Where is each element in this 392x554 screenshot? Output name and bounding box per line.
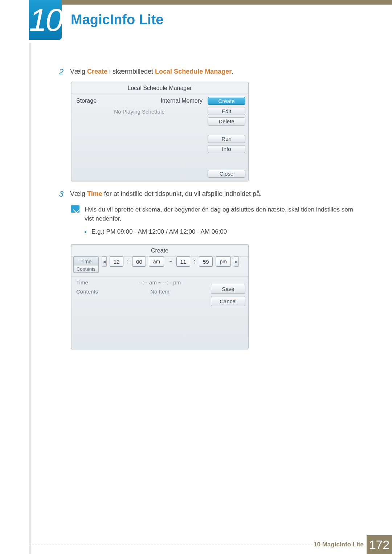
create-buttons: Save Cancel — [211, 279, 245, 332]
create-inputs: Time ◀ 12 : 00 am ~ 11 : 59 pm ▶ Content… — [71, 257, 248, 276]
no-playing-schedule: No Playing Schedule — [76, 108, 203, 115]
page-number-badge: 172 — [367, 535, 392, 554]
content-area: 2 Vælg Create i skærmbilledet Local Sche… — [56, 67, 363, 349]
local-schedule-manager-panel: Local Schedule Manager Storage Internal … — [71, 82, 249, 181]
end-minute-field[interactable]: 59 — [199, 257, 213, 267]
step-2-post: . — [232, 68, 233, 75]
info-button[interactable]: Info — [208, 145, 245, 153]
cancel-button[interactable]: Cancel — [211, 296, 245, 306]
summary-time-value: --:-- am ~ --:-- pm — [109, 279, 211, 286]
contents-row: Contents — [73, 267, 246, 274]
delete-button[interactable]: Delete — [208, 117, 245, 125]
panel-left: Storage Internal Memory No Playing Sched… — [71, 94, 208, 181]
create-summary: Time --:-- am ~ --:-- pm Contents No Ite… — [76, 279, 211, 332]
panel-body: Storage Internal Memory No Playing Sched… — [71, 94, 248, 181]
bullet-icon — [85, 231, 86, 233]
step-2-number: 2 — [56, 67, 64, 77]
panel-title: Local Schedule Manager — [71, 82, 248, 94]
start-ampm-field[interactable]: am — [149, 257, 164, 267]
note-example-row: E.g.) PM 09:00 - AM 12:00 / AM 12:00 - A… — [85, 228, 363, 235]
step-2: 2 Vælg Create i skærmbilledet Local Sche… — [56, 67, 363, 77]
create-panel-title: Create — [71, 245, 248, 257]
left-rail — [29, 43, 31, 554]
summary-contents-value: No Item — [109, 288, 211, 295]
run-button[interactable]: Run — [208, 135, 245, 143]
summary-contents-label: Contents — [76, 288, 109, 295]
note-block: Hvis du vil oprette et skema, der begynd… — [71, 205, 363, 223]
footer: 10 MagicInfo Lite 172 — [29, 535, 392, 554]
arrow-right-icon[interactable]: ▶ — [234, 257, 239, 267]
step-2-keyword-lsm: Local Schedule Manager — [155, 68, 232, 75]
time-row: Time ◀ 12 : 00 am ~ 11 : 59 pm ▶ — [73, 257, 246, 267]
end-hour-field[interactable]: 11 — [176, 257, 190, 267]
end-ampm-field[interactable]: pm — [216, 257, 231, 267]
chapter-title: MagicInfo Lite — [71, 12, 163, 28]
tab-contents[interactable]: Contents — [73, 266, 99, 273]
step-3-keyword-time: Time — [87, 190, 102, 197]
step-2-keyword-create: Create — [87, 68, 107, 75]
tilde: ~ — [167, 258, 173, 265]
colon-1: : — [126, 258, 129, 265]
summary-time-label: Time — [76, 279, 109, 286]
step-3-post: for at indstille det tidspunkt, du vil a… — [102, 190, 262, 197]
tab-time[interactable]: Time — [73, 257, 99, 267]
storage-line: Storage Internal Memory — [76, 98, 203, 104]
start-hour-field[interactable]: 12 — [110, 257, 123, 267]
arrow-left-icon[interactable]: ◀ — [102, 257, 107, 267]
step-3-number: 3 — [56, 189, 64, 199]
top-bar — [29, 0, 392, 4]
note-text: Hvis du vil oprette et skema, der begynd… — [85, 205, 363, 223]
step-3: 3 Vælg Time for at indstille det tidspun… — [56, 189, 363, 199]
footer-rule — [29, 545, 364, 545]
step-2-mid: i skærmbilledet — [107, 68, 155, 75]
step-2-pre: Vælg — [70, 68, 87, 75]
step-3-text: Vælg Time for at indstille det tidspunkt… — [70, 189, 262, 199]
create-panel: Create Time ◀ 12 : 00 am ~ 11 : 59 pm ▶ … — [71, 244, 249, 349]
storage-value: Internal Memory — [160, 98, 203, 104]
note-icon — [71, 205, 79, 213]
create-body: Time --:-- am ~ --:-- pm Contents No Ite… — [71, 276, 248, 335]
storage-label: Storage — [76, 98, 97, 104]
step-2-text: Vælg Create i skærmbilledet Local Schedu… — [70, 67, 233, 77]
start-minute-field[interactable]: 00 — [132, 257, 146, 267]
panel-buttons: Create Edit Delete Run Info Close — [208, 94, 248, 181]
save-button[interactable]: Save — [211, 284, 245, 294]
close-button[interactable]: Close — [208, 170, 245, 178]
note-example-text: E.g.) PM 09:00 - AM 12:00 / AM 12:00 - A… — [91, 228, 227, 235]
colon-2: : — [193, 258, 196, 265]
step-3-pre: Vælg — [70, 190, 87, 197]
create-button[interactable]: Create — [208, 97, 245, 105]
chapter-number-badge: 10 — [29, 0, 62, 40]
edit-button[interactable]: Edit — [208, 107, 245, 115]
